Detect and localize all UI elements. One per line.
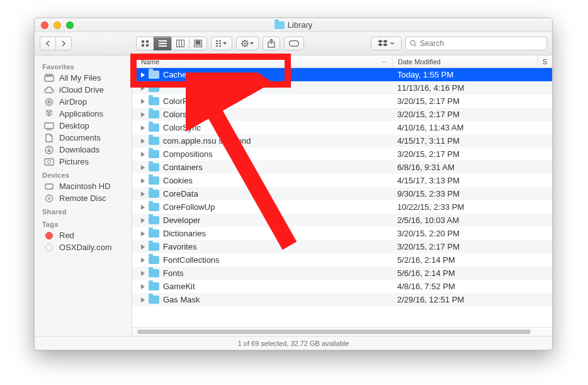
sidebar-item[interactable]: All My Files [35,72,132,84]
sidebar-item-label: Downloads [59,145,99,154]
folder-icon [274,21,285,29]
downloads-icon [43,146,55,154]
sidebar-section-header: Devices [35,168,132,180]
file-row[interactable]: CoreData 9/30/15, 2:33 PM [132,187,552,200]
close-window-button[interactable] [41,21,48,29]
sidebar-item[interactable]: Remote Disc [35,192,132,204]
tags-button[interactable] [284,37,304,50]
file-list[interactable]: Caches Today, 1:55 PM 11/13/16, 4:16 PM … [132,68,552,327]
svg-rect-3 [146,44,149,47]
disclosure-triangle-icon[interactable] [141,99,145,104]
file-row[interactable]: Fonts 5/6/16, 2:14 PM [132,267,552,280]
disclosure-triangle-icon[interactable] [141,165,145,170]
dropbox-button[interactable] [371,37,402,50]
file-row[interactable]: Gas Mask 2/29/16, 12:51 PM [132,293,552,306]
svg-rect-11 [196,41,200,44]
action-button[interactable] [236,37,259,50]
disclosure-triangle-icon[interactable] [141,192,145,197]
disclosure-triangle-icon[interactable] [141,244,145,250]
file-row[interactable]: CoreFollowUp 10/22/15, 2:33 PM [132,200,552,214]
all-files-icon [43,74,55,83]
svg-point-20 [244,43,246,45]
file-name: Containers [163,163,203,172]
file-row[interactable]: Developer 2/5/16, 10:03 AM [132,214,552,227]
list-view-button[interactable] [154,37,171,50]
column-header-date[interactable]: Date Modified [392,55,537,67]
disclosure-triangle-icon[interactable] [141,205,145,210]
airdrop-icon [43,98,55,106]
sidebar-item[interactable]: Downloads [35,144,132,156]
toolbar [35,32,552,55]
svg-rect-36 [45,159,54,165]
sidebar-item[interactable]: Desktop [35,120,132,132]
disclosure-triangle-icon[interactable] [141,152,145,157]
file-row[interactable]: Colors 3/20/15, 2:17 PM [132,108,552,121]
share-button[interactable] [263,37,280,50]
coverflow-view-button[interactable] [189,37,207,50]
disclosure-triangle-icon[interactable] [141,231,145,236]
documents-icon [43,134,55,142]
column-view-button[interactable] [171,37,189,50]
sidebar-item-label: iCloud Drive [59,85,104,95]
folder-icon [149,256,159,264]
file-name: GameKit [163,282,195,291]
file-row[interactable]: Containers 6/8/16, 9:31 AM [132,161,552,174]
search-input[interactable] [420,39,543,48]
svg-rect-13 [216,40,218,42]
disclosure-triangle-icon[interactable] [141,139,145,144]
sidebar-item[interactable]: OSXDaily.com [35,241,132,253]
file-date: 3/20/15, 2:17 PM [392,110,537,119]
file-row[interactable]: Caches Today, 1:55 PM [132,68,552,81]
sidebar-item[interactable]: AirDrop [35,96,132,108]
sidebar-item-label: All My Files [59,73,101,83]
file-row[interactable]: ColorPick 3/20/15, 2:17 PM [132,95,552,108]
disclosure-triangle-icon[interactable] [141,125,145,130]
cloud-icon [43,86,55,95]
back-button[interactable] [40,37,55,50]
folder-icon [149,97,159,105]
disclosure-triangle-icon[interactable] [141,86,145,91]
search-field[interactable] [405,37,547,50]
column-header-name[interactable]: Name ︿ [132,55,392,67]
folder-icon [149,137,159,145]
sidebar-item[interactable]: Pictures [35,156,132,168]
apps-icon: A [43,110,55,118]
folder-icon [149,282,159,290]
disclosure-triangle-icon[interactable] [141,72,145,78]
file-row[interactable]: Dictionaries 3/20/15, 2:20 PM [132,227,552,240]
file-date: 3/20/15, 2:20 PM [392,229,537,238]
disclosure-triangle-icon[interactable] [141,284,145,289]
file-row[interactable]: com.apple.nsu sessiond 4/15/17, 3:11 PM [132,134,552,147]
disclosure-triangle-icon[interactable] [141,297,145,302]
file-name: Colors [163,110,187,119]
sidebar-item[interactable]: Red [35,229,132,241]
column-header-size[interactable]: S [537,55,552,67]
sidebar-item[interactable]: Macintosh HD [35,180,132,192]
zoom-window-button[interactable] [66,21,74,29]
folder-icon [149,163,159,171]
disclosure-triangle-icon[interactable] [141,112,145,117]
disclosure-triangle-icon[interactable] [141,258,145,263]
file-row[interactable]: 11/13/16, 4:16 PM [132,81,552,95]
disclosure-triangle-icon[interactable] [141,218,145,223]
file-row[interactable]: GameKit 4/8/16, 7:52 PM [132,280,552,293]
file-name: Cookies [163,176,193,185]
scrollbar-thumb[interactable] [137,330,531,334]
disclosure-triangle-icon[interactable] [141,271,145,276]
sidebar-item[interactable]: AApplications [35,108,132,120]
file-row[interactable]: Compositions 3/20/15, 2:17 PM [132,147,552,161]
svg-rect-31 [45,123,54,129]
file-date: 4/15/17, 3:11 PM [392,136,537,146]
disclosure-triangle-icon[interactable] [141,178,145,183]
minimize-window-button[interactable] [54,21,61,29]
file-row[interactable]: FontCollections 5/2/16, 2:14 PM [132,253,552,267]
file-row[interactable]: ColorSync 4/10/16, 11:43 AM [132,121,552,134]
file-row[interactable]: Cookies 4/15/17, 3:13 PM [132,174,552,187]
horizontal-scrollbar[interactable] [132,327,552,336]
sidebar-item[interactable]: Documents [35,132,132,144]
forward-button[interactable] [55,37,72,50]
sidebar-item[interactable]: iCloud Drive [35,84,132,96]
arrange-button[interactable] [211,37,232,50]
icon-view-button[interactable] [136,37,154,50]
file-row[interactable]: Favorites 3/20/15, 2:17 PM [132,240,552,253]
